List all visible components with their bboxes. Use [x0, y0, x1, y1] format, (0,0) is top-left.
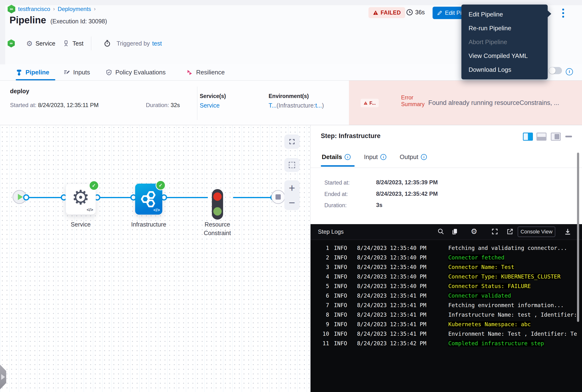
services-heading: Service(s): [200, 93, 226, 100]
view-toggle[interactable]: [549, 67, 562, 74]
tab-input[interactable]: Input i: [364, 153, 386, 161]
download-logs-icon[interactable]: [564, 228, 572, 236]
warning-triangle-icon: [363, 101, 368, 105]
vertical-scrollbar[interactable]: [577, 152, 579, 322]
code-glyph: </>: [153, 208, 160, 213]
breadcrumb-org-link[interactable]: testfrancisco: [18, 6, 50, 12]
infrastructure-node-label: Infrastructure: [127, 220, 170, 229]
tab-policy-evaluations-label: Policy Evaluations: [115, 69, 166, 76]
layout-right-view-button[interactable]: [523, 132, 533, 141]
pipeline-meta-row: ∞ ⚙ Service Test Triggered by test: [8, 38, 162, 49]
open-external-icon[interactable]: [507, 228, 514, 235]
log-line: 4 INFO 8/24/2023 12:35:40 PM Connector T…: [311, 272, 582, 281]
console-view-button[interactable]: Console View: [518, 226, 555, 237]
stopwatch-icon: [104, 40, 111, 47]
triggered-by-user-link[interactable]: test: [152, 40, 162, 47]
more-options-kebab-button[interactable]: [560, 8, 567, 18]
breadcrumb-separator: ›: [94, 6, 95, 12]
hexagons-icon: [138, 188, 159, 210]
connector-line: [97, 197, 133, 198]
pipeline-execution-page: ∞ testfrancisco › Deployments › Pipeline…: [0, 0, 582, 392]
breadcrumb-deployments-link[interactable]: Deployments: [58, 6, 91, 12]
error-failed-badge: F...: [361, 99, 379, 107]
service-link[interactable]: Service: [200, 102, 219, 109]
tab-inputs-label: Inputs: [73, 69, 90, 76]
tab-inputs[interactable]: Inputs: [63, 64, 90, 80]
meta-environment-label[interactable]: Test: [72, 40, 83, 47]
minimize-panel-button[interactable]: [565, 136, 572, 137]
error-summary-label: ErrorSummary: [401, 94, 425, 108]
log-settings-gear-icon[interactable]: ⚙: [471, 227, 477, 236]
end-node[interactable]: [271, 190, 285, 204]
error-badge-label: F...: [369, 100, 376, 106]
environments-heading: Environment(s): [269, 93, 309, 100]
fullscreen-icon[interactable]: [491, 228, 498, 235]
fit-to-screen-button[interactable]: [284, 134, 300, 149]
meta-service-label[interactable]: Service: [35, 40, 55, 47]
search-icon[interactable]: [437, 228, 445, 235]
deployments-module-icon: ∞: [8, 5, 15, 13]
tab-pipeline-label: Pipeline: [25, 69, 49, 76]
error-summary-message[interactable]: Found already running resourceConstrains…: [428, 99, 581, 106]
layout-floating-view-button[interactable]: [551, 132, 561, 141]
expand-nav-tab[interactable]: [0, 364, 6, 390]
info-icon[interactable]: i: [421, 154, 427, 160]
resource-constraint-node[interactable]: [212, 189, 223, 220]
marquee-select-button[interactable]: [284, 158, 300, 172]
stage-name[interactable]: deploy: [10, 88, 29, 95]
menu-item[interactable]: Re-run Pipeline: [461, 21, 548, 35]
menu-item[interactable]: View Compiled YAML: [461, 49, 548, 63]
log-line: 2 INFO 8/24/2023 12:35:40 PM Connector f…: [311, 253, 582, 262]
tab-output-label: Output: [400, 153, 418, 161]
menu-item[interactable]: Abort Pipeline: [461, 35, 548, 49]
breadcrumb: ∞ testfrancisco › Deployments ›: [8, 5, 95, 13]
expand-icon: [289, 138, 295, 145]
log-line: 8 INFO 8/24/2023 12:35:41 PM Infrastruct…: [311, 310, 582, 320]
success-check-badge: ✓: [89, 180, 99, 190]
info-icon[interactable]: i: [345, 154, 351, 160]
pipeline-actions-menu: Edit Pipeline Re-run Pipeline Abort Pipe…: [461, 4, 548, 80]
pipeline-icon: [16, 69, 22, 76]
tab-pipeline[interactable]: Pipeline: [16, 64, 49, 80]
code-glyph: </>: [87, 207, 93, 212]
chevron-right-icon: [1, 374, 5, 380]
infrastructure-step-node[interactable]: ✓ </>: [135, 184, 162, 214]
clock-icon: [406, 8, 413, 16]
environment-value[interactable]: T...(Infrastructure:t...): [269, 102, 324, 109]
pipeline-graph-canvas[interactable]: ⚙ ✓ </> ✓ </> Service Infrastructure Res…: [0, 125, 310, 392]
menu-item[interactable]: Download Logs: [461, 63, 548, 76]
tab-resilience-label: Resilience: [196, 69, 225, 76]
menu-item[interactable]: Edit Pipeline: [461, 8, 548, 21]
log-line: 5 INFO 8/24/2023 12:35:40 PM Connector S…: [311, 281, 582, 291]
tab-output[interactable]: Output i: [400, 153, 427, 161]
log-lines[interactable]: 1 INFO 8/24/2023 12:35:40 PM Fetching an…: [311, 240, 582, 392]
log-line: 1 INFO 8/24/2023 12:35:40 PM Fetching an…: [311, 243, 582, 253]
layout-bottom-view-button[interactable]: [537, 132, 547, 141]
resilience-icon: [186, 69, 193, 76]
connector-port: [23, 194, 29, 200]
error-summary-region: F... ErrorSummary Found already running …: [349, 80, 582, 125]
tab-details[interactable]: Details i: [322, 153, 351, 161]
log-line: 11 INFO 8/24/2023 12:35:42 PM Completed …: [311, 338, 582, 348]
detail-duration-label: Duration:: [324, 202, 347, 209]
service-step-node[interactable]: ⚙ ✓ </>: [65, 184, 96, 214]
success-check-badge: ✓: [156, 180, 166, 190]
connector-line: [164, 197, 208, 198]
menu-arrow: [548, 10, 551, 18]
log-line: 9 INFO 8/24/2023 12:35:41 PM Kubernetes …: [311, 320, 582, 329]
info-icon[interactable]: i: [566, 68, 573, 75]
log-line: 6 INFO 8/24/2023 12:35:41 PM Connector v…: [311, 291, 582, 300]
zoom-out-button[interactable]: −: [284, 196, 300, 210]
detail-ended-value: 8/24/2023, 12:35:42 PM: [376, 190, 438, 197]
tab-policy-evaluations[interactable]: Policy Evaluations: [106, 64, 166, 80]
info-icon[interactable]: i: [380, 154, 386, 160]
connector-line: [26, 197, 64, 198]
tab-resilience[interactable]: Resilience: [186, 64, 225, 80]
zoom-in-button[interactable]: +: [284, 181, 300, 195]
detail-ended-label: Ended at:: [324, 191, 348, 198]
active-tab-underline: [16, 79, 55, 80]
shield-check-icon: [106, 69, 112, 76]
pencil-icon: [437, 10, 443, 16]
copy-icon[interactable]: [451, 228, 459, 236]
red-light-icon: [213, 192, 222, 201]
